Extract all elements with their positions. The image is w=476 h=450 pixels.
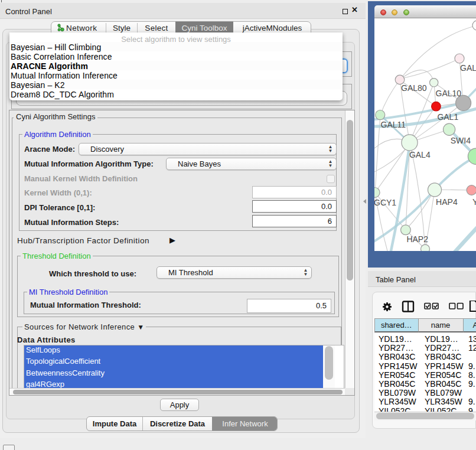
svg-text:GCY1: GCY1 [374,198,396,207]
svg-text:Y: Y [472,197,476,207]
svg-text:GAL: GAL [460,63,476,73]
svg-text:GAL10: GAL10 [436,89,462,98]
svg-text:GAL80: GAL80 [401,83,427,93]
svg-text:SWI4: SWI4 [451,136,471,145]
svg-text:GAL1: GAL1 [437,112,458,122]
svg-text:HAP4: HAP4 [436,197,458,207]
svg-text:GAL11: GAL11 [381,120,406,129]
svg-text:GAL4: GAL4 [409,150,431,159]
svg-text:HAP2: HAP2 [406,234,428,244]
